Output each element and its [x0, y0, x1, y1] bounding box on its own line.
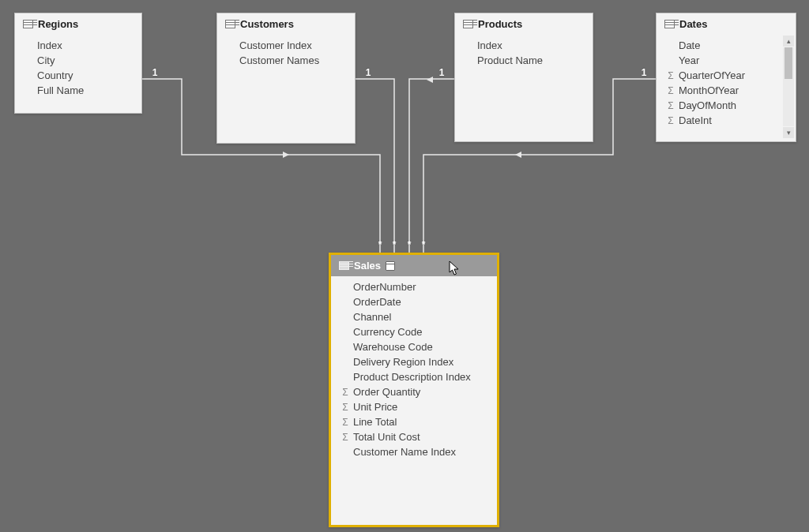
field[interactable]: Channel: [331, 309, 497, 324]
field[interactable]: City: [15, 53, 141, 68]
cardinality-one: 1: [152, 67, 158, 78]
field[interactable]: Index: [15, 38, 141, 53]
cardinality-many: *: [378, 239, 382, 250]
sigma-icon: Σ: [341, 433, 350, 442]
field[interactable]: ΣUnit Price: [331, 399, 497, 414]
table-dates[interactable]: Dates Date Year ΣQuarterOfYear ΣMonthOfY…: [656, 13, 796, 142]
table-header[interactable]: Sales: [331, 255, 497, 276]
field[interactable]: Customer Index: [217, 38, 355, 53]
field[interactable]: Product Name: [455, 53, 593, 68]
cardinality-many: *: [422, 239, 426, 250]
scroll-track[interactable]: [783, 47, 794, 126]
table-header[interactable]: Products: [455, 13, 593, 35]
svg-marker-2: [515, 152, 521, 158]
sigma-icon: Σ: [341, 418, 350, 427]
table-products[interactable]: Products Index Product Name: [454, 13, 593, 142]
table-icon: [339, 261, 349, 270]
field[interactable]: Product Description Index: [331, 369, 497, 384]
field[interactable]: Warehouse Code: [331, 339, 497, 354]
field[interactable]: Customer Names: [217, 53, 355, 68]
field[interactable]: Full Name: [15, 83, 141, 98]
table-icon: [225, 20, 235, 28]
field[interactable]: OrderNumber: [331, 279, 497, 294]
field[interactable]: Date: [657, 38, 783, 53]
field[interactable]: ΣTotal Unit Cost: [331, 429, 497, 444]
table-header[interactable]: Customers: [217, 13, 355, 35]
sigma-icon: Σ: [666, 116, 675, 126]
date-table-icon: [386, 261, 395, 271]
table-title: Customers: [240, 18, 294, 30]
field[interactable]: ΣQuarterOfYear: [657, 68, 783, 83]
table-title: Dates: [679, 18, 707, 30]
field-list: Index City Country Full Name: [15, 35, 141, 104]
field[interactable]: Index: [455, 38, 593, 53]
table-header[interactable]: Regions: [15, 13, 141, 35]
field[interactable]: Customer Name Index: [331, 444, 497, 459]
model-canvas[interactable]: 1 1 1 1 * * * * Regions Index City Count…: [0, 0, 809, 532]
field[interactable]: Year: [657, 53, 783, 68]
scroll-down-icon[interactable]: ▾: [783, 127, 794, 138]
cardinality-one: 1: [439, 67, 445, 78]
field[interactable]: ΣDateInt: [657, 113, 783, 128]
table-title: Regions: [38, 18, 78, 30]
cardinality-many: *: [408, 239, 412, 250]
sigma-icon: Σ: [666, 86, 675, 96]
svg-marker-1: [427, 77, 433, 83]
table-icon: [463, 20, 473, 28]
cardinality-one: 1: [642, 67, 647, 78]
field[interactable]: ΣMonthOfYear: [657, 83, 783, 98]
cardinality-many: *: [393, 239, 397, 250]
field[interactable]: ΣLine Total: [331, 414, 497, 429]
sigma-icon: Σ: [666, 71, 675, 81]
table-customers[interactable]: Customers Customer Index Customer Names: [216, 13, 356, 144]
scrollbar[interactable]: ▴ ▾: [783, 36, 794, 138]
sigma-icon: Σ: [341, 388, 350, 397]
field[interactable]: Delivery Region Index: [331, 354, 497, 369]
table-title: Sales: [354, 260, 381, 272]
field[interactable]: OrderDate: [331, 294, 497, 309]
table-header[interactable]: Dates: [657, 13, 796, 35]
field[interactable]: Country: [15, 68, 141, 83]
table-sales[interactable]: Sales OrderNumber OrderDate Channel Curr…: [329, 253, 499, 527]
svg-marker-0: [283, 152, 289, 158]
field-list: OrderNumber OrderDate Channel Currency C…: [331, 276, 497, 466]
field-list: Index Product Name: [455, 35, 593, 74]
cardinality-one: 1: [366, 67, 371, 78]
table-icon: [664, 20, 675, 28]
field[interactable]: ΣOrder Quantity: [331, 384, 497, 399]
scroll-thumb[interactable]: [785, 47, 792, 79]
table-regions[interactable]: Regions Index City Country Full Name: [14, 13, 142, 114]
sigma-icon: Σ: [341, 403, 350, 412]
field[interactable]: ΣDayOfMonth: [657, 98, 783, 113]
field-list: Date Year ΣQuarterOfYear ΣMonthOfYear ΣD…: [657, 35, 796, 134]
sigma-icon: Σ: [666, 101, 675, 111]
scroll-up-icon[interactable]: ▴: [783, 36, 794, 47]
table-icon: [23, 20, 33, 28]
field-list: Customer Index Customer Names: [217, 35, 355, 74]
field[interactable]: Currency Code: [331, 324, 497, 339]
table-title: Products: [478, 18, 522, 30]
